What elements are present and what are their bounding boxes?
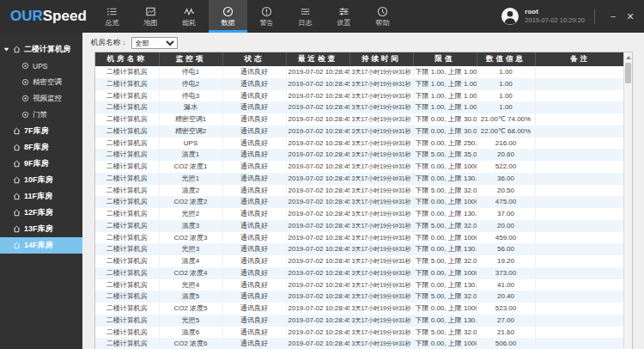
table-cell: 3天17小时19分钟31秒 [349, 291, 413, 303]
table-cell: 20.00 [477, 220, 535, 232]
username-label: root [525, 9, 585, 15]
settings-sliders-icon [338, 6, 349, 17]
table-cell [535, 113, 625, 126]
table-cell: 2019-07-02 10:28:45 [286, 113, 349, 126]
table-row[interactable]: 二楼计算机房精密空调2通讯良好2019-07-02 10:28:453天17小时… [95, 126, 625, 138]
nav-item-设置[interactable]: 设置 [325, 0, 363, 33]
sidebar-item-label: 二楼计算机房 [24, 44, 70, 55]
table-row[interactable]: 二楼计算机房光照3通讯良好2019-07-02 10:28:453天17小时19… [95, 243, 625, 255]
sidebar-item-8F库房[interactable]: 8F库房 [0, 139, 82, 156]
table-cell: 20.50 [477, 185, 535, 197]
table-row[interactable]: 二楼计算机房停电1通讯良好2019-07-02 10:28:453天17小时19… [95, 66, 625, 78]
table-cell: 通讯良好 [222, 149, 286, 161]
table-row[interactable]: 二楼计算机房CO2 浓度5通讯良好2019-07-02 10:28:453天17… [95, 303, 625, 315]
table-cell: 2019-07-02 10:28:45 [286, 149, 349, 161]
table-row[interactable]: 二楼计算机房CO2 浓度4通讯良好2019-07-02 10:28:453天17… [95, 267, 625, 279]
table-row[interactable]: 二楼计算机房温度4通讯良好2019-07-02 10:28:453天17小时19… [95, 255, 625, 267]
table-row[interactable]: 二楼计算机房光照1通讯良好2019-07-02 10:28:453天17小时19… [95, 173, 625, 185]
sidebar-item-label: 13F库房 [24, 223, 53, 235]
sidebar-item-7F库房[interactable]: 7F库房 [0, 123, 82, 139]
table-cell: 二楼计算机房 [95, 291, 159, 303]
topbar: OURSpeed 总览地图能耗数据警告日志设置帮助 root 2019-07-0… [0, 0, 644, 33]
table-scrollbar[interactable] [623, 52, 632, 349]
scrollbar-thumb[interactable] [625, 63, 631, 83]
sidebar-item-视频监控[interactable]: 视频监控 [0, 90, 82, 107]
sidebar-item-UPS[interactable]: UPS [0, 58, 82, 74]
table-cell: 二楼计算机房 [95, 101, 159, 113]
table-cell: 2019-07-02 10:28:45 [286, 90, 349, 102]
column-header-持续时间: 持续时间 [349, 52, 413, 66]
table-row[interactable]: 二楼计算机房温度3通讯良好2019-07-02 10:28:453天17小时19… [95, 220, 625, 232]
table-cell: 温度5 [159, 291, 222, 303]
sidebar-item-label: 10F库房 [24, 174, 53, 186]
table-cell: 37.00 [477, 208, 535, 220]
table-cell: 二楼计算机房 [95, 208, 159, 220]
column-header-监控项: 监控项 [159, 52, 222, 66]
table-row[interactable]: 二楼计算机房CO2 浓度1通讯良好2019-07-02 10:28:453天17… [95, 161, 625, 173]
table-cell: 2019-07-02 10:28:45 [286, 243, 349, 255]
table-row[interactable]: 二楼计算机房UPS通讯良好2019-07-02 10:28:453天17小时19… [95, 138, 625, 150]
table-cell: 522.00 [477, 161, 535, 173]
sidebar-item-二楼计算机房[interactable]: 二楼计算机房 [0, 41, 82, 58]
table-cell: 3天17小时19分钟31秒 [349, 267, 413, 279]
table-row[interactable]: 二楼计算机房温度2通讯良好2019-07-02 10:28:453天17小时19… [95, 185, 625, 197]
table-row[interactable]: 二楼计算机房停电3通讯良好2019-07-02 10:28:453天17小时19… [95, 90, 625, 102]
table-row[interactable]: 二楼计算机房CO2 浓度6通讯良好2019-07-02 10:28:453天17… [95, 338, 625, 349]
table-cell [535, 243, 625, 255]
sidebar-item-11F库房[interactable]: 11F库房 [0, 188, 82, 205]
nav-item-日志[interactable]: 日志 [286, 0, 325, 33]
sidebar-item-10F库房[interactable]: 10F库房 [0, 172, 82, 188]
table-row[interactable]: 二楼计算机房精密空调1通讯良好2019-07-02 10:28:453天17小时… [95, 113, 625, 126]
table-row[interactable]: 二楼计算机房光照4通讯良好2019-07-02 10:28:453天17小时19… [95, 279, 625, 291]
table-cell: 1.00 [477, 66, 535, 78]
nav-item-地图[interactable]: 地图 [131, 0, 170, 33]
table-cell: 1.00 [477, 78, 535, 90]
table-cell [535, 291, 625, 303]
table-cell: 3天17小时19分钟31秒 [349, 255, 413, 267]
table-row[interactable]: 二楼计算机房光照5通讯良好2019-07-02 10:28:453天17小时19… [95, 315, 625, 327]
nav-item-警告[interactable]: 警告 [247, 0, 286, 33]
table-cell [535, 232, 625, 244]
sidebar-item-门禁[interactable]: 门禁 [0, 107, 82, 123]
sidebar-item-12F库房[interactable]: 12F库房 [0, 205, 82, 221]
table-row[interactable]: 二楼计算机房温度6通讯良好2019-07-02 10:28:453天17小时19… [95, 327, 625, 339]
table-cell: 3天17小时19分钟31秒 [349, 327, 413, 339]
sidebar-item-13F库房[interactable]: 13F库房 [0, 221, 82, 237]
table-cell: 通讯良好 [222, 113, 286, 126]
table-cell: 通讯良好 [222, 185, 286, 197]
table-cell: 通讯良好 [222, 196, 286, 208]
table-cell: 3天17小时19分钟31秒 [349, 138, 413, 150]
table-cell: 二楼计算机房 [95, 255, 159, 267]
table-row[interactable]: 二楼计算机房温度5通讯良好2019-07-02 10:28:453天17小时19… [95, 291, 625, 303]
nav-item-label: 设置 [337, 20, 351, 27]
sidebar-item-9F库房[interactable]: 9F库房 [0, 156, 82, 172]
table-row[interactable]: 二楼计算机房温度1通讯良好2019-07-02 10:28:453天17小时19… [95, 149, 625, 161]
table-row[interactable]: 二楼计算机房光照2通讯良好2019-07-02 10:28:453天17小时19… [95, 208, 625, 220]
table-row[interactable]: 二楼计算机房CO2 浓度3通讯良好2019-07-02 10:28:453天17… [95, 232, 625, 244]
nav-item-帮助[interactable]: 帮助 [363, 0, 402, 33]
room-filter-select[interactable]: 全部 [131, 37, 178, 49]
scroll-up-icon[interactable] [626, 56, 631, 59]
table-cell: 二楼计算机房 [95, 66, 159, 78]
table-cell: 精密空调2 [159, 126, 222, 138]
sidebar-item-14F库房[interactable]: 14F库房 [0, 237, 82, 254]
close-button[interactable]: ✕ [622, 0, 639, 33]
table-row[interactable]: 二楼计算机房停电2通讯良好2019-07-02 10:28:453天17小时19… [95, 78, 625, 90]
nav-item-label: 地图 [144, 20, 158, 27]
nav-item-数据[interactable]: 数据 [209, 0, 247, 33]
nav-item-总览[interactable]: 总览 [93, 0, 131, 33]
table-row[interactable]: 二楼计算机房漏水通讯良好2019-07-02 10:28:453天17小时19分… [95, 101, 625, 113]
table-cell [535, 315, 625, 327]
sidebar-item-精密空调[interactable]: 精密空调 [0, 74, 82, 90]
caret-down-icon[interactable] [3, 46, 9, 52]
table-cell [535, 149, 625, 161]
table-cell: 二楼计算机房 [95, 113, 159, 126]
minimize-button[interactable]: − [605, 0, 622, 33]
user-avatar-icon[interactable] [501, 7, 519, 26]
table-cell: 下限 0.00, 上限 30.00 [413, 126, 477, 138]
table-row[interactable]: 二楼计算机房CO2 浓度2通讯良好2019-07-02 10:28:453天17… [95, 196, 625, 208]
table-cell: 19.20 [477, 255, 535, 267]
energy-wave-icon [184, 6, 195, 17]
table-cell: 二楼计算机房 [95, 315, 159, 327]
nav-item-能耗[interactable]: 能耗 [170, 0, 209, 33]
